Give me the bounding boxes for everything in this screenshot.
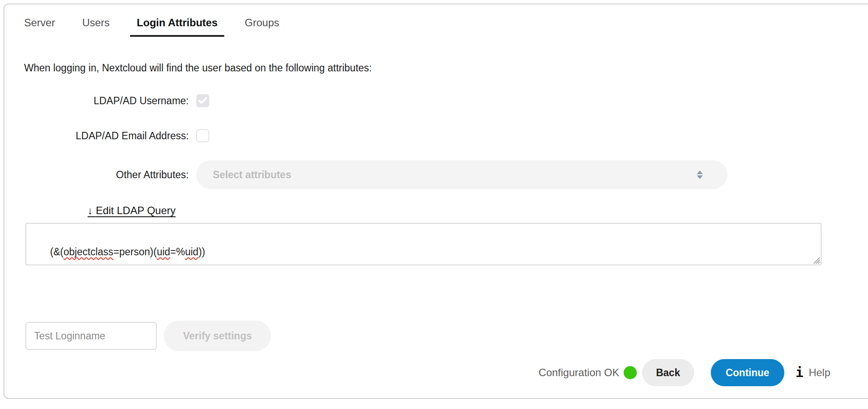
verify-settings-button[interactable]: Verify settings <box>164 321 271 351</box>
email-label: LDAP/AD Email Address: <box>24 130 196 142</box>
tab-users[interactable]: Users <box>76 15 116 37</box>
query-segment: objectclass <box>64 246 113 257</box>
ldap-query-wrapper: (&(objectclass=person)(uid=%uid)) <box>25 223 822 265</box>
intro-text: When logging in, Nextcloud will find the… <box>24 62 868 74</box>
username-row: LDAP/AD Username: <box>24 92 868 109</box>
ldap-query-text: (&(objectclass=person)(uid=%uid)) <box>50 246 205 257</box>
query-segment: =person)( <box>113 246 157 257</box>
status-ok-dot <box>624 366 637 379</box>
back-button[interactable]: Back <box>642 359 694 386</box>
attributes-select[interactable]: Select attributes <box>196 160 727 189</box>
ldap-query-textarea[interactable]: (&(objectclass=person)(uid=%uid)) <box>25 223 822 265</box>
resize-grip-icon[interactable] <box>813 257 820 264</box>
checkmark-icon <box>198 97 207 104</box>
tab-groups[interactable]: Groups <box>238 15 286 37</box>
edit-ldap-query-link[interactable]: ↓ Edit LDAP Query <box>88 204 176 217</box>
tab-login-attributes[interactable]: Login Attributes <box>130 15 224 37</box>
wizard-footer: Configuration OK Back Continue i Help <box>4 359 868 386</box>
continue-button[interactable]: Continue <box>711 359 784 386</box>
query-segment: uid <box>157 246 170 257</box>
other-attributes-row: Other Attributes: Select attributes <box>24 160 868 190</box>
test-loginname-input[interactable] <box>25 322 157 350</box>
test-login-row: Verify settings <box>25 321 868 351</box>
tab-server[interactable]: Server <box>18 15 62 37</box>
query-segment: )) <box>198 246 205 257</box>
query-segment: uid <box>185 246 198 257</box>
email-row: LDAP/AD Email Address: <box>24 127 868 144</box>
wizard-panel: Server Users Login Attributes Groups Whe… <box>4 4 868 399</box>
username-label: LDAP/AD Username: <box>24 95 196 107</box>
username-checkbox[interactable] <box>196 94 209 107</box>
help-link[interactable]: Help <box>809 367 830 379</box>
attributes-form: LDAP/AD Username: LDAP/AD Email Address:… <box>24 92 868 190</box>
configuration-status-label: Configuration OK <box>539 367 619 379</box>
tab-bar: Server Users Login Attributes Groups <box>4 4 868 37</box>
query-segment: =% <box>170 246 185 257</box>
email-checkbox[interactable] <box>196 129 209 142</box>
edit-ldap-query-label: Edit LDAP Query <box>96 204 176 216</box>
select-placeholder: Select attributes <box>213 169 291 181</box>
query-segment: (&( <box>50 246 64 257</box>
other-attributes-label: Other Attributes: <box>24 169 196 181</box>
select-arrows-icon <box>697 171 703 179</box>
down-arrow-icon: ↓ <box>88 204 93 216</box>
info-icon: i <box>796 366 804 379</box>
